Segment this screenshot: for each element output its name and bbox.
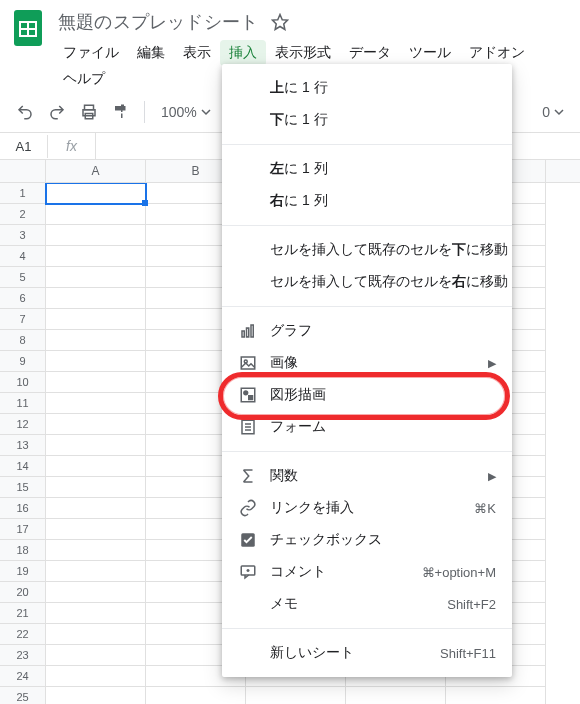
menu-tools[interactable]: ツール xyxy=(400,40,460,66)
menu-item[interactable]: 関数▶ xyxy=(222,460,512,492)
menu-item[interactable]: 上に 1 行 xyxy=(222,72,512,104)
svg-rect-11 xyxy=(241,357,255,369)
cell[interactable] xyxy=(46,666,146,687)
menu-item[interactable]: 右に 1 列 xyxy=(222,185,512,217)
sheets-logo[interactable] xyxy=(12,8,44,48)
menu-item[interactable]: セルを挿入して既存のセルを下に移動 xyxy=(222,234,512,266)
star-icon[interactable] xyxy=(270,12,290,32)
cell[interactable] xyxy=(46,624,146,645)
cell[interactable] xyxy=(46,435,146,456)
row-header[interactable]: 18 xyxy=(0,540,46,561)
menu-view[interactable]: 表示 xyxy=(174,40,220,66)
row-header[interactable]: 25 xyxy=(0,687,46,704)
menu-format[interactable]: 表示形式 xyxy=(266,40,340,66)
menu-item[interactable]: 左に 1 列 xyxy=(222,153,512,185)
row-header[interactable]: 2 xyxy=(0,204,46,225)
row-header[interactable]: 6 xyxy=(0,288,46,309)
row-header[interactable]: 3 xyxy=(0,225,46,246)
paint-format-button[interactable] xyxy=(106,97,136,127)
row-header[interactable]: 1 xyxy=(0,183,46,204)
select-all-corner[interactable] xyxy=(0,160,46,182)
menu-edit[interactable]: 編集 xyxy=(128,40,174,66)
cell[interactable] xyxy=(46,204,146,225)
menu-item[interactable]: セルを挿入して既存のセルを右に移動 xyxy=(222,266,512,298)
row-header[interactable]: 8 xyxy=(0,330,46,351)
cell[interactable] xyxy=(46,456,146,477)
form-icon xyxy=(238,417,258,437)
row-header[interactable]: 10 xyxy=(0,372,46,393)
cell[interactable] xyxy=(46,309,146,330)
undo-button[interactable] xyxy=(10,97,40,127)
cell[interactable] xyxy=(146,687,246,704)
menu-item[interactable]: 下に 1 行 xyxy=(222,104,512,136)
cell[interactable] xyxy=(46,603,146,624)
cell[interactable] xyxy=(46,246,146,267)
print-button[interactable] xyxy=(74,97,104,127)
name-box[interactable]: A1 xyxy=(0,135,48,158)
cell[interactable] xyxy=(46,288,146,309)
row-header[interactable]: 13 xyxy=(0,435,46,456)
cell[interactable] xyxy=(46,645,146,666)
menu-item[interactable]: 図形描画 xyxy=(222,379,512,411)
row-header[interactable]: 4 xyxy=(0,246,46,267)
menu-item[interactable]: リンクを挿入⌘K xyxy=(222,492,512,524)
cell[interactable] xyxy=(46,519,146,540)
cell[interactable] xyxy=(46,393,146,414)
row-header[interactable]: 11 xyxy=(0,393,46,414)
row-header[interactable]: 24 xyxy=(0,666,46,687)
cell[interactable] xyxy=(46,183,146,204)
cell[interactable] xyxy=(46,687,146,704)
row-header[interactable]: 17 xyxy=(0,519,46,540)
row-header[interactable]: 19 xyxy=(0,561,46,582)
row-header[interactable]: 7 xyxy=(0,309,46,330)
menu-item[interactable]: チェックボックス xyxy=(222,524,512,556)
menu-file[interactable]: ファイル xyxy=(54,40,128,66)
menu-item[interactable]: グラフ xyxy=(222,315,512,347)
menu-insert[interactable]: 挿入 xyxy=(220,40,266,66)
row-header[interactable]: 12 xyxy=(0,414,46,435)
column-header[interactable]: A xyxy=(46,160,146,182)
name-box-value: A1 xyxy=(16,139,32,154)
cell[interactable] xyxy=(46,267,146,288)
cell[interactable] xyxy=(46,414,146,435)
image-icon xyxy=(238,353,258,373)
redo-button[interactable] xyxy=(42,97,72,127)
menu-addons[interactable]: アドオン xyxy=(460,40,534,66)
row-header[interactable]: 23 xyxy=(0,645,46,666)
menu-item-label: 下に 1 行 xyxy=(270,111,496,129)
cell[interactable] xyxy=(46,477,146,498)
cell[interactable] xyxy=(346,687,446,704)
cell[interactable] xyxy=(246,687,346,704)
cell[interactable] xyxy=(46,561,146,582)
cell[interactable] xyxy=(46,225,146,246)
menu-item[interactable]: メモShift+F2 xyxy=(222,588,512,620)
menu-item-label: メモ xyxy=(270,595,435,613)
row-header[interactable]: 16 xyxy=(0,498,46,519)
menu-item[interactable]: 新しいシートShift+F11 xyxy=(222,637,512,669)
cell[interactable] xyxy=(46,498,146,519)
menu-item-label: チェックボックス xyxy=(270,531,496,549)
row-header[interactable]: 5 xyxy=(0,267,46,288)
svg-point-14 xyxy=(243,390,248,395)
menu-item[interactable]: コメント⌘+option+M xyxy=(222,556,512,588)
menu-help[interactable]: ヘルプ xyxy=(54,66,114,92)
row-header[interactable]: 14 xyxy=(0,456,46,477)
row-header[interactable]: 9 xyxy=(0,351,46,372)
row-header[interactable]: 20 xyxy=(0,582,46,603)
font-size-dropdown[interactable]: 0 xyxy=(536,104,570,120)
font-size-value: 0 xyxy=(542,104,550,120)
cell[interactable] xyxy=(446,687,546,704)
row-header[interactable]: 21 xyxy=(0,603,46,624)
menu-item[interactable]: フォーム xyxy=(222,411,512,443)
cell[interactable] xyxy=(46,540,146,561)
row-header[interactable]: 22 xyxy=(0,624,46,645)
cell[interactable] xyxy=(46,582,146,603)
cell[interactable] xyxy=(46,351,146,372)
cell[interactable] xyxy=(46,372,146,393)
row-header[interactable]: 15 xyxy=(0,477,46,498)
zoom-dropdown[interactable]: 100% xyxy=(153,104,219,120)
cell[interactable] xyxy=(46,330,146,351)
menu-item[interactable]: 画像▶ xyxy=(222,347,512,379)
menu-data[interactable]: データ xyxy=(340,40,400,66)
document-title[interactable]: 無題のスプレッドシート xyxy=(54,8,262,36)
